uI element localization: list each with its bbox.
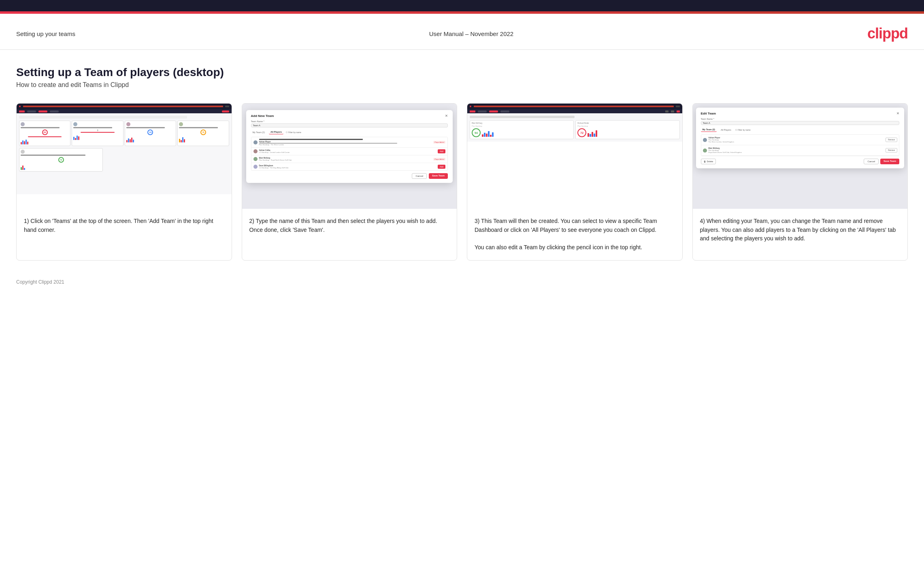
filter-bar [19, 116, 187, 119]
player-row-4: Dave Billingham 1.5 Handicap · The Ding … [251, 163, 448, 170]
add-player-btn-2[interactable]: Add [438, 165, 445, 169]
cards-row: 84 [16, 103, 908, 261]
card-3-desc2: You can also edit a Team by clicking the… [475, 244, 642, 250]
player-card-4: 78 [177, 121, 229, 146]
page-subtitle: How to create and edit Teams in Clippd [16, 81, 908, 89]
score-lg-2: 72 [577, 128, 586, 137]
trash-icon: 🗑 [704, 160, 706, 163]
player-card-bottom: 72 [19, 148, 103, 172]
edit-team-name-input[interactable]: Team A [701, 121, 900, 125]
tab-all-players[interactable]: All Players [269, 130, 283, 134]
player-added-badge: Player Added [433, 141, 445, 144]
card-2: Add New Team ✕ Team Name * Team A My Tea… [242, 103, 458, 261]
team-cards-grid: Blair McHarg Plus Handicap 94 [470, 120, 680, 139]
nav-home [27, 110, 36, 112]
delete-team-button[interactable]: 🗑 Delete [701, 159, 716, 164]
card-2-text: 2) Type the name of this Team and then s… [242, 209, 457, 260]
card-1-screenshot: 84 [17, 104, 232, 209]
edit-filter-by-name: Filter by name [735, 129, 751, 131]
mock-browser-3: Blair McHarg Plus Handicap 94 [467, 104, 682, 209]
card-4: Edit Team ✕ Team Name * Team A My Team (… [692, 103, 908, 261]
bars-1 [482, 129, 494, 137]
card-2-screenshot: Add New Team ✕ Team Name * Team A My Tea… [242, 104, 457, 209]
score-lg-1: 94 [472, 128, 481, 137]
player-row-2: Adrian Colba 1.5 Handicap · Central Lond… [251, 148, 448, 155]
edit-tab-my-team[interactable]: My Team (2) [701, 127, 717, 132]
player-row-3: Blair McHarg Plus Handicap · Royal North… [251, 155, 448, 163]
player-row-1: Adrian Player Plus Handicap · The Shine … [251, 137, 448, 148]
player-card-3: 94 [125, 121, 176, 146]
edit-player-row-1: Adrian Player Plus Handicap The Shine Lo… [701, 135, 899, 145]
mock-topbar-3 [467, 104, 682, 109]
mock-topbar-1 [17, 104, 232, 109]
player-added-badge-2: Player Added [433, 158, 445, 161]
card-4-screenshot: Edit Team ✕ Team Name * Team A My Team (… [693, 104, 908, 209]
mock-nav-3 [467, 109, 682, 113]
players-grid: 84 [19, 121, 229, 146]
filter-by-name: Filter by name [286, 131, 301, 134]
copyright-text: Copyright Clippd 2021 [16, 279, 64, 285]
card-3-text: 3) This Team will then be created. You c… [467, 209, 682, 260]
edit-field-label: Team Name * [701, 118, 900, 120]
logo-area: clippd [867, 25, 908, 42]
nav-perf [50, 110, 59, 112]
dialog-footer: Cancel Save Team [251, 173, 448, 179]
team-card-2: Richard Butler Plus Handicap 72 [575, 120, 679, 139]
edit-player-list: Adrian Player Plus Handicap The Shine Lo… [701, 134, 900, 156]
edit-dialog-footer: 🗑 Delete Cancel Save Team [701, 159, 900, 164]
save-team-button-dialog4[interactable]: Save Team [880, 159, 899, 164]
clippd-logo: clippd [867, 25, 908, 42]
add-team-dialog: Add New Team ✕ Team Name * Team A My Tea… [246, 110, 453, 183]
mock-nav-1 [17, 109, 232, 113]
dot1 [19, 106, 21, 107]
tabs-row: My Team (2) All Players Filter by name [251, 130, 448, 134]
player-card-1: 84 [19, 121, 70, 146]
page-title: Setting up a Team of players (desktop) [16, 66, 908, 79]
close-icon[interactable]: ✕ [445, 114, 448, 118]
nav-teams [38, 110, 47, 112]
card-3-screenshot: Blair McHarg Plus Handicap 94 [467, 104, 682, 209]
cancel-button-dialog2[interactable]: Cancel [412, 173, 427, 179]
edit-dialog-title-row: Edit Team ✕ [701, 112, 900, 115]
mock-browser-1: 84 [17, 104, 232, 209]
player-list: Adrian Player Plus Handicap · The Shine … [251, 137, 448, 171]
team-name-input[interactable]: Team A [251, 123, 448, 127]
top-bar [0, 0, 924, 11]
tab-my-team[interactable]: My Team (2) [251, 130, 266, 134]
header-center-text: User Manual – November 2022 [429, 30, 513, 37]
edit-dialog-title-text: Edit Team [701, 112, 716, 115]
edit-tab-all-players[interactable]: All Players [719, 128, 733, 132]
edit-close-icon[interactable]: ✕ [896, 112, 899, 115]
page-header: Setting up your teams User Manual – Nove… [0, 14, 924, 50]
main-content: Setting up a Team of players (desktop) H… [0, 50, 924, 273]
edit-tabs-row: My Team (2) All Players Filter by name [701, 127, 900, 132]
footer: Copyright Clippd 2021 [0, 273, 924, 291]
mock-dashboard-3: Blair McHarg Plus Handicap 94 [467, 113, 682, 142]
card-3: Blair McHarg Plus Handicap 94 [467, 103, 683, 261]
team-card-1: Blair McHarg Plus Handicap 94 [470, 120, 574, 139]
card-3-desc1: 3) This Team will then be created. You c… [475, 218, 657, 233]
dialog-title-text: Add New Team [251, 114, 274, 118]
add-player-btn[interactable]: Add [438, 149, 445, 153]
player-card-2: 0 [72, 121, 123, 146]
edit-player-row-2: Blair McHarg Plus Handicap Royal North D… [701, 145, 899, 156]
dialog-title-row: Add New Team ✕ [251, 114, 448, 118]
edit-team-dialog: Edit Team ✕ Team Name * Team A My Team (… [696, 108, 905, 168]
remove-player-btn-2[interactable]: Remove [886, 148, 897, 153]
card-4-text: 4) When editing your Team, you can chang… [693, 209, 908, 260]
bars-2 [588, 129, 597, 137]
card-1-text: 1) Click on 'Teams' at the top of the sc… [17, 209, 232, 260]
field-label: Team Name * [251, 120, 448, 123]
mock-content-1: 84 [17, 113, 232, 194]
header-left-text: Setting up your teams [16, 30, 75, 37]
cancel-button-dialog4[interactable]: Cancel [864, 159, 879, 164]
remove-player-btn-1[interactable]: Remove [886, 138, 897, 142]
save-team-button-dialog2[interactable]: Save Team [429, 173, 448, 179]
card-1: 84 [16, 103, 232, 261]
